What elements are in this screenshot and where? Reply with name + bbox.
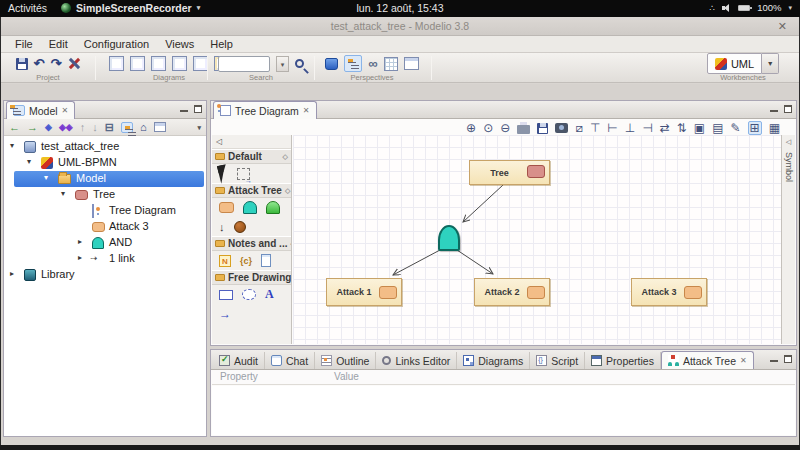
save-diagram-button[interactable] bbox=[537, 123, 548, 134]
tree-item-1-link[interactable]: ▸ ⇢ 1 link bbox=[4, 251, 206, 267]
tab-script[interactable]: Script bbox=[530, 352, 585, 369]
maximize-panel-button[interactable] bbox=[194, 105, 202, 113]
edge-tree-to-and[interactable] bbox=[463, 185, 503, 222]
column-value[interactable]: Value bbox=[330, 370, 359, 384]
save-button[interactable] bbox=[16, 58, 28, 70]
same-size-button[interactable]: ▣ bbox=[694, 122, 705, 134]
tree-item-attack3[interactable]: Attack 3 bbox=[4, 219, 206, 235]
tree-item-library[interactable]: ▸ Library bbox=[4, 267, 206, 283]
collapse-all-button[interactable]: ⊟ bbox=[105, 122, 114, 133]
tree-item-model-selected[interactable]: ▾ Model bbox=[4, 171, 206, 187]
align-top-button[interactable]: ⊤ bbox=[590, 122, 600, 134]
tree-filter-button[interactable] bbox=[121, 122, 133, 133]
state-diagram-button[interactable] bbox=[172, 56, 187, 71]
menu-edit[interactable]: Edit bbox=[41, 38, 76, 50]
palette-collapse-button[interactable]: ◁ bbox=[212, 135, 291, 149]
expander-icon[interactable]: ▸ bbox=[78, 237, 82, 246]
frame-button[interactable]: ▤ bbox=[712, 122, 723, 134]
fit-selection-button[interactable]: ⧄ bbox=[575, 122, 583, 134]
close-icon[interactable]: ✕ bbox=[740, 356, 747, 365]
pin-icon[interactable]: ◇ bbox=[285, 187, 290, 195]
undo-button[interactable]: ↶ bbox=[34, 57, 45, 70]
view-menu-button[interactable]: ▾ bbox=[197, 122, 201, 133]
pin-icon[interactable]: ◇ bbox=[283, 153, 288, 161]
zoom-out-button[interactable]: ⊖ bbox=[500, 122, 510, 134]
home-button[interactable]: ⌂ bbox=[140, 122, 147, 133]
class-diagram-button[interactable] bbox=[109, 56, 124, 71]
edge-and-to-attack2[interactable] bbox=[457, 250, 493, 274]
grid-toggle-button[interactable]: ⊞ bbox=[748, 121, 762, 135]
move-up-button[interactable]: ↑ bbox=[80, 122, 86, 133]
style-brush-button[interactable]: ✎ bbox=[731, 122, 741, 134]
related-diamonds-button[interactable]: ◈◈ bbox=[59, 122, 73, 133]
matrix-perspective-button[interactable] bbox=[384, 57, 398, 71]
related-diamond-button[interactable]: ◈ bbox=[45, 122, 52, 133]
edge-and-to-attack1[interactable] bbox=[393, 250, 440, 275]
constraint-tool[interactable]: {c} bbox=[240, 256, 252, 266]
search-input[interactable] bbox=[218, 56, 270, 72]
close-icon[interactable]: ✕ bbox=[303, 106, 310, 115]
minimize-panel-button[interactable] bbox=[770, 355, 778, 363]
pin-icon[interactable]: ◇ bbox=[290, 240, 291, 248]
expand-left-icon[interactable]: ◁ bbox=[782, 135, 795, 146]
attack-node-tool[interactable] bbox=[219, 202, 234, 213]
console-perspective-button[interactable] bbox=[404, 57, 419, 70]
workbench-dropdown-button[interactable]: ▼ bbox=[762, 53, 779, 74]
zoom-reset-button[interactable]: ⊙ bbox=[483, 122, 493, 134]
symbol-panel-collapsed[interactable]: ◁ Symbol bbox=[781, 135, 795, 344]
document-tool[interactable] bbox=[261, 254, 271, 267]
palette-group-attack-tree[interactable]: Attack Tree ◇ bbox=[212, 183, 291, 198]
redo-button[interactable]: ↷ bbox=[51, 57, 62, 70]
print-button[interactable] bbox=[517, 125, 530, 134]
marquee-tool[interactable] bbox=[237, 168, 250, 180]
configure-tools-button[interactable] bbox=[67, 57, 80, 70]
tree-item-project[interactable]: ▾ test_attack_tree bbox=[4, 139, 206, 155]
menu-configuration[interactable]: Configuration bbox=[76, 38, 157, 50]
expander-icon[interactable]: ▸ bbox=[10, 269, 14, 278]
maximize-panel-button[interactable] bbox=[784, 105, 792, 113]
close-window-button[interactable]: ✕ bbox=[778, 17, 787, 36]
tab-tree-diagram[interactable]: Tree Diagram ✕ bbox=[213, 101, 317, 119]
palette-group-default[interactable]: Default ◇ bbox=[212, 149, 291, 164]
align-right-button[interactable]: ⊣ bbox=[642, 122, 652, 134]
palette-group-notes[interactable]: Notes and ... ◇ bbox=[212, 236, 291, 251]
expander-icon[interactable]: ▸ bbox=[78, 253, 82, 262]
minimize-panel-button[interactable] bbox=[180, 105, 188, 113]
link-tool[interactable]: ↓ bbox=[219, 221, 225, 233]
select-tool[interactable] bbox=[217, 164, 230, 184]
diagram-canvas[interactable]: Tree Attack 1 Attack 2 Attack 3 bbox=[293, 135, 781, 344]
align-bottom-button[interactable]: ⊥ bbox=[625, 122, 635, 134]
tab-model[interactable]: Model ✕ bbox=[6, 101, 75, 119]
node-attack2[interactable]: Attack 2 bbox=[474, 278, 550, 306]
expander-icon[interactable]: ▾ bbox=[10, 141, 14, 150]
expander-icon[interactable]: ▾ bbox=[27, 157, 31, 166]
node-tree[interactable]: Tree bbox=[469, 160, 550, 185]
and-gate-tool[interactable] bbox=[243, 201, 257, 214]
menu-help[interactable]: Help bbox=[202, 38, 241, 50]
expander-icon[interactable]: ▾ bbox=[44, 173, 48, 182]
column-property[interactable]: Property bbox=[212, 370, 330, 384]
countermeasure-tool[interactable] bbox=[234, 221, 246, 233]
screenshot-button[interactable] bbox=[555, 123, 568, 133]
tab-audit[interactable]: Audit bbox=[213, 352, 265, 369]
minimize-panel-button[interactable] bbox=[770, 105, 778, 113]
workbench-selector[interactable]: UML bbox=[707, 53, 762, 74]
node-attack1[interactable]: Attack 1 bbox=[326, 278, 402, 306]
tab-properties[interactable]: Properties bbox=[585, 352, 661, 369]
tab-links-editor[interactable]: Links Editor bbox=[376, 352, 457, 369]
text-tool[interactable]: A bbox=[265, 287, 274, 302]
move-down-button[interactable]: ↓ bbox=[92, 122, 98, 133]
tree-item-tree-diagram[interactable]: Tree Diagram bbox=[4, 203, 206, 219]
palette-group-free-drawing[interactable]: Free Drawing ◇ bbox=[212, 270, 291, 285]
ellipse-tool[interactable] bbox=[242, 289, 256, 300]
line-tool[interactable]: → bbox=[219, 307, 231, 321]
node-and-gate[interactable] bbox=[438, 225, 460, 251]
page-setup-button[interactable]: ▦ bbox=[769, 122, 780, 134]
links-perspective-button[interactable]: ∞ bbox=[368, 57, 377, 70]
zoom-in-button[interactable]: ⊕ bbox=[466, 122, 476, 134]
activity-diagram-button[interactable] bbox=[193, 56, 208, 71]
rectangle-tool[interactable] bbox=[219, 290, 233, 300]
tree-settings-button[interactable] bbox=[154, 122, 166, 132]
tab-attack-tree[interactable]: Attack Tree ✕ bbox=[661, 351, 754, 369]
tree-item-uml-bpmn[interactable]: ▾ UML-BPMN bbox=[4, 155, 206, 171]
